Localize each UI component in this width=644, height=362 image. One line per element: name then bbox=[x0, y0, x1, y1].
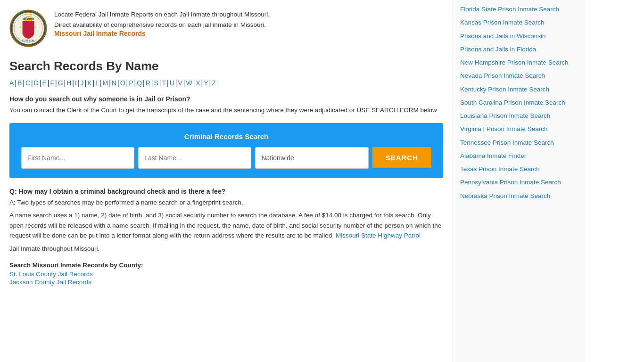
alpha-k[interactable]: K bbox=[87, 79, 91, 87]
svg-text:MISSOURI: MISSOURI bbox=[23, 17, 34, 20]
main-content: MISSOURI STATE SEAL ★ ★ Locate Federal J… bbox=[0, 0, 453, 362]
sidebar-tennessee-prison[interactable]: Tennessee Prison Inmate Search bbox=[460, 138, 578, 148]
alpha-f[interactable]: F bbox=[50, 79, 54, 87]
svg-text:STATE SEAL: STATE SEAL bbox=[22, 40, 35, 42]
alpha-y[interactable]: Y bbox=[204, 79, 208, 87]
alpha-n[interactable]: N bbox=[112, 79, 116, 87]
sidebar-prisons-jails-wisconsin[interactable]: Prisons and Jails in Wisconsin bbox=[460, 32, 578, 41]
location-select[interactable]: Nationwide bbox=[255, 147, 368, 169]
sidebar-nevada-prison[interactable]: Nevada Prison Inmate Search bbox=[460, 71, 578, 81]
sidebar-prisons-jails-florida[interactable]: Prisons and Jails in Florida bbox=[460, 45, 578, 54]
faq-jail-prison: How do you search out why someone is in … bbox=[9, 95, 443, 115]
sidebar-south-carolina-prison[interactable]: South Carolina Prison Inmate Search bbox=[460, 98, 578, 107]
header-line2: Direct availability of comprehensive rec… bbox=[54, 20, 270, 30]
alpha-q[interactable]: Q bbox=[137, 79, 142, 87]
faq2-question: Q: How may I obtain a criminal backgroun… bbox=[9, 188, 443, 195]
page-title: Search Records By Name bbox=[9, 59, 443, 74]
alpha-b[interactable]: B bbox=[17, 79, 22, 87]
alphabet-nav: A | B | C | D | E | F | G | H | I | J | … bbox=[9, 79, 443, 87]
alpha-h[interactable]: H bbox=[66, 79, 71, 87]
missouri-jail-link[interactable]: Missouri Jail Inmate Records bbox=[54, 30, 146, 37]
search-box-title: Criminal Records Search bbox=[21, 132, 431, 140]
alpha-u[interactable]: U bbox=[170, 79, 174, 87]
faq1-answer: You can contact the Clerk of the Court t… bbox=[9, 105, 443, 115]
alpha-d[interactable]: D bbox=[34, 79, 39, 87]
jackson-county-link[interactable]: Jackson County Jail Records bbox=[9, 279, 443, 286]
alpha-x[interactable]: X bbox=[196, 79, 200, 87]
sidebar-kansas-prison[interactable]: Kansas Prison Inmate Search bbox=[460, 18, 578, 27]
sidebar-louisiana-prison[interactable]: Louisiana Prison Inmate Search bbox=[460, 111, 578, 121]
alpha-o[interactable]: O bbox=[120, 79, 125, 87]
faq1-question: How do you search out why someone is in … bbox=[9, 95, 443, 103]
alpha-w[interactable]: W bbox=[186, 79, 192, 87]
alpha-g[interactable]: G bbox=[58, 79, 63, 87]
faq2-answer2: A name search uses a 1) name, 2) date of… bbox=[9, 210, 443, 241]
faq2-answer1: A: Two types of searches may be performe… bbox=[9, 197, 443, 208]
sidebar: Florida State Prison Inmate Search Kansa… bbox=[453, 0, 585, 362]
first-name-input[interactable] bbox=[21, 147, 134, 169]
alpha-i[interactable]: I bbox=[75, 79, 77, 87]
alpha-j[interactable]: J bbox=[81, 79, 84, 87]
last-name-input[interactable] bbox=[138, 147, 251, 169]
sidebar-new-hampshire-prison[interactable]: New Hampshire Prison Inmate Search bbox=[460, 58, 578, 67]
header-area: MISSOURI STATE SEAL ★ ★ Locate Federal J… bbox=[9, 5, 443, 54]
sidebar-florida-state-prison[interactable]: Florida State Prison Inmate Search bbox=[460, 5, 578, 14]
alpha-a[interactable]: A bbox=[9, 79, 14, 87]
alpha-z[interactable]: Z bbox=[212, 79, 216, 87]
alpha-v[interactable]: V bbox=[178, 79, 182, 87]
alpha-e[interactable]: E bbox=[42, 79, 47, 87]
search-button[interactable]: SEARCH bbox=[372, 147, 431, 168]
alpha-c[interactable]: C bbox=[25, 79, 30, 87]
county-heading: Search Missouri Inmate Records by County… bbox=[9, 262, 443, 269]
sidebar-pennsylvania-prison[interactable]: Pennsylvania Prison Inmate Search bbox=[460, 178, 578, 187]
svg-text:★: ★ bbox=[19, 25, 22, 29]
header-description: Locate Federal Jail Inmate Reports on ea… bbox=[54, 9, 270, 37]
sidebar-virginia-prison[interactable]: Virginia | Prison Inmate Search bbox=[460, 124, 578, 134]
svg-text:★: ★ bbox=[34, 25, 37, 29]
sidebar-nebraska-prison[interactable]: Nebraska Prison Inmate Search bbox=[460, 191, 578, 201]
alpha-p[interactable]: P bbox=[129, 79, 133, 87]
alpha-s[interactable]: S bbox=[154, 79, 158, 87]
st-louis-county-link[interactable]: St. Louis County Jail Records bbox=[9, 271, 443, 278]
sidebar-kentucky-prison[interactable]: Kentucky Prison Inmate Search bbox=[460, 85, 578, 94]
state-seal-logo: MISSOURI STATE SEAL ★ ★ bbox=[9, 9, 47, 47]
sidebar-alabama-inmate[interactable]: Alabama Inmate Finder bbox=[460, 151, 578, 161]
county-section: Search Missouri Inmate Records by County… bbox=[9, 262, 443, 286]
highway-patrol-link[interactable]: Missouri State Highway Patrol bbox=[336, 232, 421, 239]
alpha-m[interactable]: M bbox=[103, 79, 108, 87]
alpha-t[interactable]: T bbox=[162, 79, 166, 87]
faq-background-check: Q: How may I obtain a criminal backgroun… bbox=[9, 188, 443, 254]
header-line1: Locate Federal Jail Inmate Reports on ea… bbox=[54, 9, 270, 20]
alpha-l[interactable]: L bbox=[95, 79, 99, 87]
faq2-footer: Jail Inmate throughout Missouri. bbox=[9, 244, 443, 254]
search-form: Nationwide SEARCH bbox=[21, 147, 431, 169]
sidebar-texas-prison[interactable]: Texas Prison Inmate Search bbox=[460, 165, 578, 174]
search-box-container: Criminal Records Search Nationwide SEARC… bbox=[9, 123, 443, 178]
alpha-r[interactable]: R bbox=[146, 79, 150, 87]
